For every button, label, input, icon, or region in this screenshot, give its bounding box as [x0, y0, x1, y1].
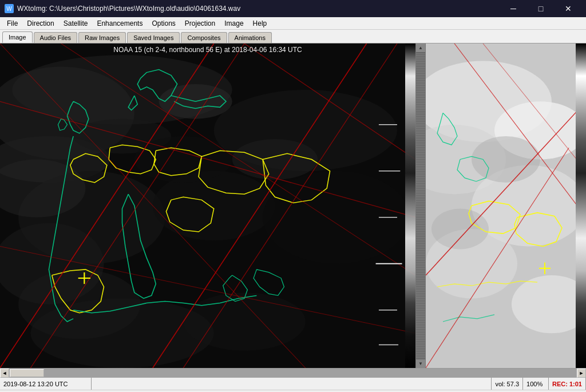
- tab-raw-images[interactable]: Raw Images: [78, 32, 126, 43]
- svg-point-14: [183, 292, 306, 350]
- menubar: File Direction Satellite Enhancements Op…: [0, 17, 586, 30]
- tab-saved-images[interactable]: Saved Images: [127, 32, 180, 43]
- menu-enhancements[interactable]: Enhancements: [92, 17, 147, 29]
- title-text: WXtoImg: C:\Users\Christoph\Pictures\WXt…: [17, 5, 240, 13]
- menu-satellite[interactable]: Satellite: [59, 17, 93, 29]
- status-vol: vol: 57.3: [492, 378, 523, 390]
- status-bar-2: Done.: [0, 390, 586, 392]
- svg-point-16: [232, 139, 318, 180]
- image-title: NOAA 15 (ch 2-4, northbound 56 E) at 201…: [113, 46, 302, 54]
- horizontal-scrollbar[interactable]: ◄ ►: [0, 368, 586, 377]
- calibration-wedge: [405, 43, 415, 368]
- status-message: [92, 378, 492, 390]
- scroll-down-button[interactable]: ▼: [416, 359, 425, 368]
- hscroll-track[interactable]: [9, 369, 577, 378]
- menu-options[interactable]: Options: [147, 17, 180, 29]
- status-rec: REC: 1:01: [549, 378, 586, 390]
- menu-image[interactable]: Image: [220, 17, 248, 29]
- scroll-up-button[interactable]: ▲: [416, 43, 425, 53]
- satellite-image: [0, 43, 415, 368]
- menu-help[interactable]: Help: [248, 17, 272, 29]
- vertical-scrollbar[interactable]: ▲ ▼: [415, 43, 426, 368]
- tab-audio-files[interactable]: Audio Files: [34, 32, 77, 43]
- statusbar: 2019-08-12 13:20 UTC vol: 57.3 100% REC:…: [0, 377, 586, 390]
- tab-animations[interactable]: Animations: [228, 32, 272, 43]
- menu-projection[interactable]: Projection: [180, 17, 220, 29]
- app-icon: W: [5, 4, 14, 13]
- tab-image[interactable]: Image: [2, 31, 33, 43]
- window-controls: ─ □ ✕: [500, 0, 581, 17]
- svg-rect-49: [576, 43, 586, 368]
- tabbar: Image Audio Files Raw Images Saved Image…: [0, 30, 586, 43]
- scroll-track[interactable]: [416, 53, 425, 359]
- main-area: NOAA 15 (ch 2-4, northbound 56 E) at 201…: [0, 43, 586, 368]
- hscroll-right-button[interactable]: ►: [577, 369, 586, 378]
- close-button[interactable]: ✕: [555, 0, 581, 17]
- image-panel[interactable]: NOAA 15 (ch 2-4, northbound 56 E) at 201…: [0, 43, 415, 368]
- maximize-button[interactable]: □: [528, 0, 554, 17]
- titlebar: W WXtoImg: C:\Users\Christoph\Pictures\W…: [0, 0, 586, 17]
- right-satellite-image: [426, 43, 586, 368]
- hscroll-thumb[interactable]: [10, 369, 44, 377]
- minimize-button[interactable]: ─: [500, 0, 526, 17]
- menu-direction[interactable]: Direction: [22, 17, 58, 29]
- status-datetime: 2019-08-12 13:20 UTC: [0, 378, 92, 390]
- menu-file[interactable]: File: [2, 17, 22, 29]
- hscroll-left-button[interactable]: ◄: [0, 369, 9, 378]
- status-zoom: 100%: [523, 378, 549, 390]
- right-panel[interactable]: [426, 43, 586, 368]
- svg-point-42: [431, 209, 489, 250]
- tab-composites[interactable]: Composites: [181, 32, 227, 43]
